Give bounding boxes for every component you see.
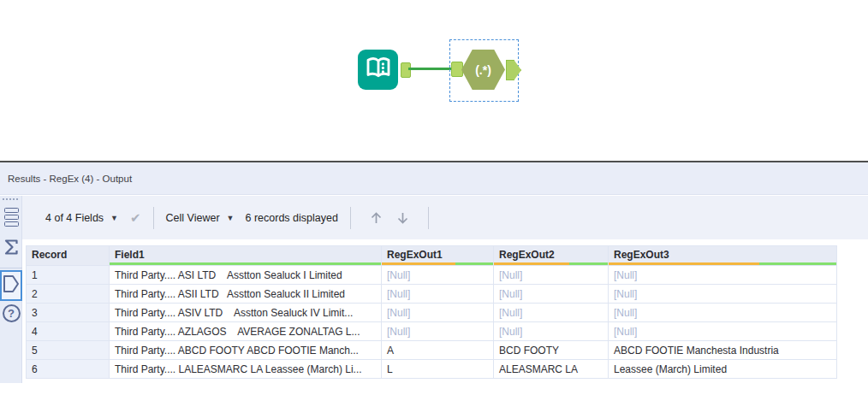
results-left-toolbar: ? [0,196,22,383]
results-table: RecordField1RegExOut1RegExOut2RegExOut3 … [26,245,837,379]
column-header-record[interactable]: Record [27,246,110,266]
data-cell[interactable]: [Null] [382,322,494,341]
input-data-tool[interactable] [358,50,398,90]
data-view-button[interactable] [0,200,22,227]
records-displayed-text: 6 records displayed [246,212,338,224]
results-grid: RecordField1RegExOut1RegExOut2RegExOut3 … [26,245,837,379]
data-cell[interactable]: BCD FOOTY [494,341,609,360]
data-cell[interactable]: L [382,360,494,379]
input-tool-output-anchor[interactable] [401,62,411,78]
table-row: 2Third Party.... ASII LTD Asstton Sealuc… [27,285,837,304]
column-header-regexout2[interactable]: RegExOut2 [494,246,609,266]
help-button[interactable]: ? [3,304,21,322]
data-cell[interactable]: [Null] [494,285,609,304]
record-number-cell[interactable]: 6 [27,360,110,379]
data-cell[interactable]: Third Party.... AZLAGOS AVERAGE ZONALTAG… [110,322,382,341]
data-cell[interactable]: [Null] [609,285,837,304]
table-row: 4Third Party.... AZLAGOS AVERAGE ZONALTA… [27,322,837,341]
arrow-up-icon[interactable] [369,210,383,226]
metadata-view-button[interactable] [0,237,22,261]
strip-separator [0,268,22,268]
data-cell[interactable]: [Null] [382,266,494,285]
data-cell[interactable]: [Null] [609,266,837,285]
data-quality-bar [110,262,381,265]
data-cell[interactable]: [Null] [382,304,494,322]
regex-tool-label: (.*) [475,63,491,77]
column-header-regexout3[interactable]: RegExOut3 [609,246,837,266]
workflow-canvas[interactable]: (.*) [0,0,868,161]
toolbar-separator [350,207,351,229]
regex-tool-input-anchor[interactable] [451,62,463,77]
data-cell[interactable]: A [382,341,494,360]
table-row: 3Third Party.... ASIV LTD Asstton Sealuc… [27,304,837,322]
table-row: 6Third Party.... LALEASMARC LA Leassee (… [27,360,837,379]
data-quality-bar [494,262,608,265]
record-number-cell[interactable]: 1 [27,266,110,285]
data-cell[interactable]: Third Party.... ABCD FOOTY ABCD FOOTIE M… [110,341,382,360]
record-number-cell[interactable]: 5 [27,341,110,360]
table-row: 1Third Party.... ASI LTD Asstton Sealuck… [27,266,837,285]
chevron-down-icon: ▼ [227,214,235,222]
output-anchor-button-selected[interactable] [0,270,22,301]
record-number-cell[interactable]: 3 [27,304,110,322]
sigma-icon [2,237,21,261]
results-panel-title: Results - RegEx (4) - Output [0,162,868,195]
data-quality-bar [382,262,493,265]
results-toolbar: 4 of 4 Fields ▼ ✔ Cell Viewer ▼ 6 record… [0,196,868,239]
data-cell[interactable]: ABCD FOOTIE Manchesta Industria [609,341,837,360]
data-cell[interactable]: Third Party.... LALEASMARC LA Leassee (M… [110,360,382,379]
data-cell[interactable]: [Null] [494,304,609,322]
data-cell[interactable]: [Null] [609,322,837,341]
output-anchor-icon [2,273,21,298]
stacked-bars-icon [4,208,19,227]
data-cell[interactable]: Leassee (March) Limited [609,360,837,379]
regex-tool-output-anchor[interactable] [506,60,521,80]
arrow-down-icon[interactable] [395,210,410,226]
results-title-text: Results - RegEx (4) - Output [8,174,132,184]
data-cell[interactable]: Third Party.... ASI LTD Asstton Sealuck … [110,266,382,285]
toolbar-separator [428,207,429,229]
toolbar-separator [153,207,154,229]
record-number-cell[interactable]: 2 [27,285,110,304]
open-book-icon [363,53,394,87]
data-quality-bar [609,262,836,265]
question-mark-icon: ? [8,307,15,320]
record-number-cell[interactable]: 4 [27,322,110,341]
data-cell[interactable]: Third Party.... ASII LTD Asstton Sealuck… [110,285,382,304]
data-cell[interactable]: [Null] [609,304,837,322]
chevron-down-icon: ▼ [110,214,118,222]
connection-wire[interactable] [408,68,453,70]
records-displayed-label: 6 records displayed [246,212,338,224]
column-header-field1[interactable]: Field1 [110,246,382,266]
fields-dropdown-label: 4 of 4 Fields [45,212,104,224]
apply-check-icon[interactable]: ✔ [130,210,141,226]
data-cell[interactable]: ALEASMARC LA [494,360,609,379]
data-cell[interactable]: [Null] [494,266,609,285]
data-cell[interactable]: Third Party.... ASIV LTD Asstton Sealuck… [110,304,382,322]
column-header-regexout1[interactable]: RegExOut1 [382,246,494,266]
fields-dropdown[interactable]: 4 of 4 Fields ▼ [45,212,118,224]
data-cell[interactable]: [Null] [494,322,609,341]
cell-viewer-label: Cell Viewer [166,212,220,224]
data-cell[interactable]: [Null] [382,285,494,304]
cell-viewer-dropdown[interactable]: Cell Viewer ▼ [166,212,235,224]
table-row: 5Third Party.... ABCD FOOTY ABCD FOOTIE … [27,341,837,360]
